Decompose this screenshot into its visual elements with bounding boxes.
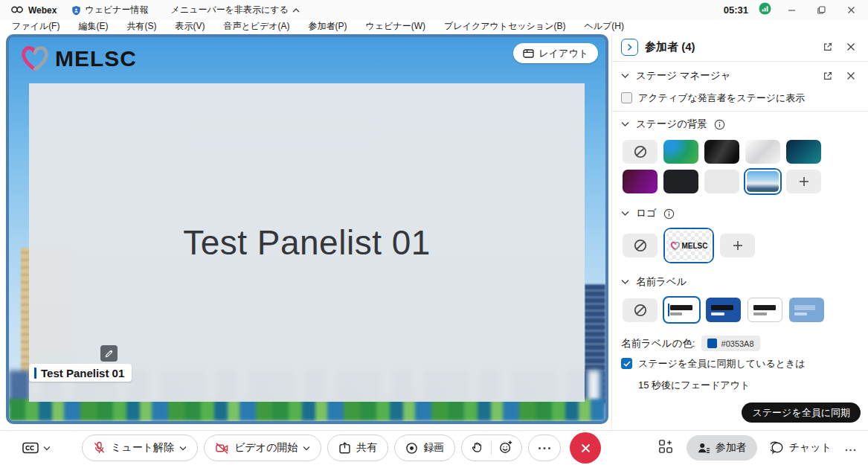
collapse-panel-button[interactable] xyxy=(621,39,638,56)
label-option-none[interactable] xyxy=(623,298,658,322)
menu-share[interactable]: 共有(S) xyxy=(126,20,156,33)
active-speaker-checkbox[interactable] xyxy=(621,92,632,103)
mic-muted-icon xyxy=(93,441,106,455)
color-swatch xyxy=(707,339,717,348)
speaker-name-label: Test Panelist 01 xyxy=(29,364,132,382)
chevron-down-icon[interactable] xyxy=(621,73,629,79)
logo-header: ロゴ xyxy=(612,201,868,226)
color-hex-value: #0353A8 xyxy=(721,339,754,348)
record-icon xyxy=(405,442,418,455)
apps-button[interactable] xyxy=(658,439,673,457)
layout-button[interactable]: レイアウト xyxy=(513,43,598,63)
ellipsis-icon xyxy=(538,446,551,450)
plus-icon xyxy=(799,176,809,187)
participants-panel: 参加者 (4) ステージ マネージャ アクティブな発言者をステージに表示 ステー… xyxy=(611,33,868,430)
label-option-blue-solid[interactable] xyxy=(706,298,741,322)
minimize-button[interactable] xyxy=(782,3,801,18)
start-video-button[interactable]: ビデオの開始 xyxy=(204,434,321,461)
logo-option-melsc-selected[interactable]: MELSC xyxy=(665,229,713,262)
bg-option-city-selected[interactable] xyxy=(745,170,780,193)
logo-option-none[interactable] xyxy=(623,234,658,257)
info-icon[interactable] xyxy=(714,119,725,130)
close-stage-manager-icon[interactable] xyxy=(843,68,859,84)
raise-hand-button[interactable] xyxy=(471,440,483,456)
menu-webinar[interactable]: ウェビナー(W) xyxy=(366,20,425,33)
bg-option-dark[interactable] xyxy=(663,170,698,193)
sync-stage-button[interactable]: ステージを全員に同期 xyxy=(742,403,861,423)
active-speaker-label: アクティブな発言者をステージに表示 xyxy=(638,92,805,105)
name-label-title: 名前ラベル xyxy=(636,275,687,289)
menu-help[interactable]: ヘルプ(H) xyxy=(584,20,624,33)
chevron-down-icon[interactable] xyxy=(621,211,629,217)
melsc-heart-icon xyxy=(670,241,681,251)
bg-option-green-gradient[interactable] xyxy=(663,140,698,164)
logo-option-add-button[interactable] xyxy=(720,234,755,257)
melsc-heart-icon xyxy=(19,45,51,73)
bg-option-teal-gradient[interactable] xyxy=(786,140,821,164)
menu-participants[interactable]: 参加者(P) xyxy=(309,20,347,33)
background-options xyxy=(612,137,868,201)
stage-manager-header: ステージ マネージャ xyxy=(612,62,868,90)
bg-option-light-gray[interactable] xyxy=(704,170,739,193)
raise-hand-icon xyxy=(471,440,483,454)
reactions-group xyxy=(461,434,522,461)
bg-option-white-silk[interactable] xyxy=(745,140,780,164)
app-title: Webex xyxy=(28,5,57,16)
chevron-down-icon xyxy=(43,446,51,451)
chevron-down-icon[interactable] xyxy=(621,121,629,127)
bg-option-black-wave[interactable] xyxy=(704,140,739,164)
label-option-accent-selected[interactable] xyxy=(664,298,699,322)
menu-edit[interactable]: 編集(E) xyxy=(78,20,108,33)
menu-breakout[interactable]: ブレイクアウトセッション(B) xyxy=(444,20,565,33)
stage-background-header: ステージの背景 xyxy=(612,112,868,137)
menu-view[interactable]: 表示(V) xyxy=(175,20,205,33)
bg-option-none[interactable] xyxy=(623,140,658,164)
maximize-button[interactable] xyxy=(811,3,831,18)
reactions-button[interactable] xyxy=(499,440,512,456)
hide-menubar-button[interactable]: メニューバーを非表示にする xyxy=(171,4,300,16)
bg-option-add-button[interactable] xyxy=(786,170,821,193)
camera-off-icon xyxy=(215,442,229,455)
webex-window: Webex ウェビナー情報 メニューバーを非表示にする 05:31 ファイル(F… xyxy=(0,0,868,465)
chat-bubble-icon xyxy=(771,441,784,455)
panel-header: 参加者 (4) xyxy=(612,33,868,61)
stage-background-title: ステージの背景 xyxy=(636,118,707,131)
popout-stage-manager-icon[interactable] xyxy=(820,68,836,84)
webinar-info-button[interactable]: ウェビナー情報 xyxy=(71,4,148,16)
info-icon[interactable] xyxy=(663,208,675,219)
webex-logo-icon xyxy=(10,4,24,17)
label-option-translucent[interactable] xyxy=(789,298,824,322)
label-option-plain[interactable] xyxy=(748,298,782,322)
name-label-header: 名前ラベル xyxy=(612,269,868,295)
name-label-color-picker[interactable]: #0353A8 xyxy=(701,336,760,351)
sync-fade-checkbox[interactable] xyxy=(621,358,632,369)
logo-options: MELSC xyxy=(612,226,868,269)
captions-button[interactable] xyxy=(22,442,51,455)
share-button[interactable]: 共有 xyxy=(327,434,388,461)
chat-button[interactable]: チャット xyxy=(771,441,832,455)
chevron-down-icon[interactable] xyxy=(621,279,629,285)
close-window-button[interactable] xyxy=(841,3,861,18)
chevron-down-icon xyxy=(303,446,310,451)
logo-title: ロゴ xyxy=(636,207,657,220)
menu-audio-video[interactable]: 音声とビデオ(A) xyxy=(223,20,289,33)
participants-toggle-button[interactable]: 参加者 xyxy=(687,435,757,461)
unmute-button[interactable]: ミュート解除 xyxy=(82,434,198,461)
close-icon xyxy=(580,443,591,454)
connection-quality-icon[interactable] xyxy=(759,2,771,18)
sync-fade-option: ステージを全員に同期しているときは 15 秒後にフェードアウト xyxy=(612,356,868,398)
stage-manager-title: ステージ マネージャ xyxy=(636,69,730,83)
popout-panel-icon[interactable] xyxy=(820,39,836,55)
record-button[interactable]: 録画 xyxy=(394,434,455,461)
chevron-down-icon xyxy=(179,446,187,451)
edit-name-label-button[interactable] xyxy=(100,345,118,362)
more-options-button[interactable] xyxy=(528,434,561,461)
bg-option-purple-gradient[interactable] xyxy=(623,170,658,193)
more-panels-button[interactable] xyxy=(845,442,856,454)
menu-bar: ファイル(F) 編集(E) 共有(S) 表示(V) 音声とビデオ(A) 参加者(… xyxy=(0,20,868,33)
chevron-up-icon xyxy=(292,7,300,13)
name-label-color-label: 名前ラベルの色: xyxy=(621,337,695,350)
menu-file[interactable]: ファイル(F) xyxy=(12,20,60,33)
leave-meeting-button[interactable] xyxy=(570,432,601,464)
close-panel-icon[interactable] xyxy=(843,39,859,55)
